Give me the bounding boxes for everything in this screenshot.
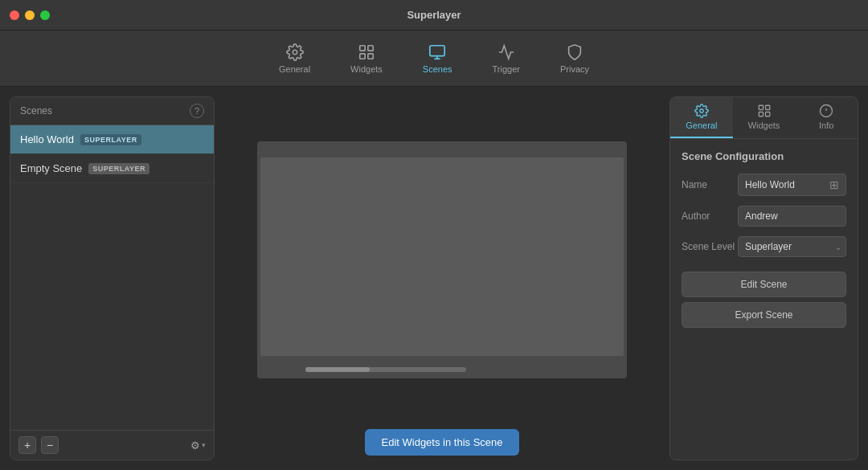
scene-item-name: Hello World (20, 133, 74, 145)
scene-item-hello-world[interactable]: Hello World SUPERLAYER (10, 125, 214, 154)
svg-rect-1 (360, 45, 365, 50)
name-field-label: Name (682, 179, 738, 190)
chevron-down-icon: ▾ (202, 441, 206, 449)
scenes-panel-footer: + − ⚙ ▾ (10, 430, 214, 460)
scene-item-empty-scene[interactable]: Empty Scene SUPERLAYER (10, 154, 214, 183)
window-controls (10, 10, 50, 20)
toolbar-general-label: General (279, 64, 310, 74)
preview-canvas (257, 141, 627, 378)
footer-left-controls: + − (18, 436, 59, 454)
svg-rect-4 (368, 53, 373, 58)
svg-point-0 (293, 50, 297, 55)
scenes-panel-title: Scenes (20, 105, 52, 116)
help-button[interactable]: ? (190, 104, 204, 118)
edit-scene-button[interactable]: Edit Scene (682, 272, 846, 297)
preview-area: Edit Widgets in this Scene (223, 96, 661, 460)
tab-widgets[interactable]: Widgets (733, 97, 796, 138)
toolbar-item-general[interactable]: General (271, 39, 318, 79)
app-title: Superlayer (407, 9, 461, 21)
config-tabs: General Widgets Info (670, 97, 858, 139)
gear-menu-button[interactable]: ⚙ ▾ (190, 439, 206, 452)
toolbar-widgets-label: Widgets (350, 64, 383, 74)
close-button[interactable] (10, 10, 19, 20)
toolbar-scenes-label: Scenes (423, 64, 452, 74)
level-field-label: Scene Level (682, 241, 738, 252)
author-field-label: Author (682, 210, 738, 222)
toolbar: General Widgets Scenes Trigger Privacy (0, 31, 868, 87)
scenes-panel: Scenes ? Hello World SUPERLAYER Empty Sc… (10, 96, 215, 460)
svg-rect-9 (759, 105, 763, 109)
scene-item-name: Empty Scene (20, 162, 82, 174)
author-input[interactable] (738, 206, 846, 227)
tab-info-label: Info (819, 121, 833, 130)
preview-scrollbar[interactable] (305, 367, 466, 372)
edit-widgets-button[interactable]: Edit Widgets in this Scene (365, 429, 518, 456)
config-field-name: Name ⊞ (682, 174, 846, 196)
svg-rect-3 (360, 53, 365, 58)
scenes-list: Hello World SUPERLAYER Empty Scene SUPER… (10, 125, 214, 430)
tab-general[interactable]: General (670, 97, 733, 138)
scenes-panel-header: Scenes ? (10, 97, 214, 125)
svg-rect-10 (765, 105, 769, 109)
preview-canvas-inner (260, 157, 624, 356)
maximize-button[interactable] (40, 10, 50, 20)
titlebar: Superlayer (0, 0, 868, 31)
scene-badge: SUPERLAYER (80, 134, 141, 145)
toolbar-trigger-label: Trigger (493, 64, 520, 74)
add-scene-button[interactable]: + (18, 436, 36, 454)
svg-point-8 (700, 109, 704, 113)
preview-canvas-wrapper (223, 96, 661, 423)
minimize-button[interactable] (25, 10, 35, 20)
export-scene-button[interactable]: Export Scene (682, 302, 846, 328)
tab-widgets-label: Widgets (748, 121, 780, 130)
tab-general-label: General (686, 121, 717, 130)
toolbar-item-widgets[interactable]: Widgets (342, 39, 391, 79)
svg-rect-11 (759, 112, 763, 116)
config-actions: Edit Scene Export Scene (682, 272, 846, 328)
svg-rect-5 (430, 45, 444, 55)
level-select[interactable]: Superlayer Desktop Normal (738, 236, 846, 257)
remove-scene-button[interactable]: − (41, 436, 59, 454)
config-body: Scene Configuration Name ⊞ Author Scene … (670, 139, 858, 460)
name-input[interactable] (745, 179, 825, 190)
toolbar-privacy-label: Privacy (560, 64, 589, 74)
gear-icon: ⚙ (190, 439, 200, 452)
main-area: Scenes ? Hello World SUPERLAYER Empty Sc… (0, 87, 868, 470)
svg-rect-2 (368, 45, 373, 50)
config-section-title: Scene Configuration (682, 150, 846, 162)
toolbar-item-scenes[interactable]: Scenes (415, 39, 461, 79)
svg-rect-12 (765, 112, 769, 116)
config-field-level: Scene Level Superlayer Desktop Normal ⌄ (682, 236, 846, 257)
tab-info[interactable]: Info (795, 97, 858, 138)
name-input-wrapper: ⊞ (738, 174, 846, 196)
config-panel: General Widgets Info Scene Configuration… (669, 96, 858, 460)
toolbar-item-trigger[interactable]: Trigger (485, 39, 528, 79)
config-field-author: Author (682, 206, 846, 227)
scene-badge: SUPERLAYER (88, 163, 149, 174)
preview-scrollbar-thumb[interactable] (305, 367, 370, 372)
toolbar-item-privacy[interactable]: Privacy (552, 39, 597, 79)
level-select-wrapper: Superlayer Desktop Normal ⌄ (738, 236, 846, 257)
document-icon[interactable]: ⊞ (829, 178, 839, 191)
